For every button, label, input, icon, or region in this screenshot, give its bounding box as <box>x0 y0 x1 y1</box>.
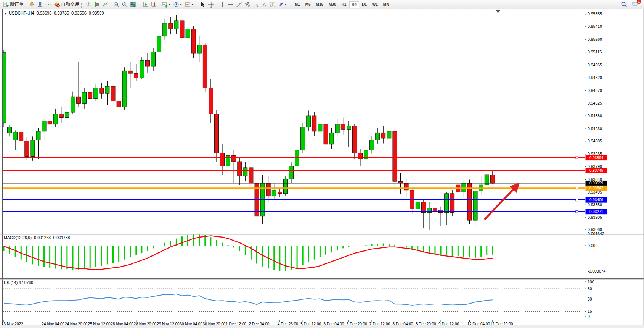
collapse-indicator-icon[interactable]: ▼ <box>4 12 7 15</box>
trendline-button[interactable] <box>235 0 243 8</box>
notifications-button[interactable]: 1 <box>631 0 639 8</box>
timeframe-h1[interactable]: H1 <box>339 1 349 8</box>
price-axis-label: 0.94670 <box>588 88 602 93</box>
timeframe-w1[interactable]: W1 <box>369 1 381 8</box>
rsi-line <box>4 294 493 305</box>
ohlc-close: 0.93599 <box>89 11 104 15</box>
price-axis-label: 0.94525 <box>588 101 602 105</box>
auto-scroll-icon <box>142 2 148 8</box>
toolbar-grip <box>138 2 140 8</box>
signals-button[interactable] <box>44 0 53 8</box>
chart-shift-button[interactable] <box>149 0 158 8</box>
candle <box>376 133 380 140</box>
timeframe-m15[interactable]: M15 <box>313 1 326 8</box>
macd-label: MACD(12,26,9) -0.001263 -0.001788 <box>4 235 70 240</box>
candle <box>450 194 454 213</box>
svg-text:E: E <box>248 5 250 8</box>
new-chart-icon <box>162 2 168 8</box>
toolbar-right-group: 1 <box>620 0 642 8</box>
price-axis-label: 0.93935 <box>588 152 602 156</box>
candle <box>77 97 81 103</box>
timeframe-mn[interactable]: MN <box>381 1 392 8</box>
chart-canvas[interactable]: 0.938940.937450.935990.935420.934060.932… <box>0 9 644 328</box>
main-pane <box>2 10 585 230</box>
price-axis-label: 0.93350 <box>588 202 602 207</box>
autotrade-label: 自动交易 <box>61 1 79 8</box>
timeframe-d1[interactable]: D1 <box>359 1 369 8</box>
candle <box>42 121 46 131</box>
text-button[interactable]: A <box>260 0 268 8</box>
search-button[interactable] <box>620 0 628 8</box>
timeframe-m30[interactable]: M30 <box>326 1 339 8</box>
time-axis-label: 7 Dec 12:00 <box>369 322 390 326</box>
arrows-caret: ▼ <box>284 3 287 6</box>
bookmark-icon <box>29 2 35 8</box>
hline-handle[interactable] <box>576 210 578 213</box>
autotrade-button[interactable]: 自动交易 <box>53 0 80 8</box>
line-chart-icon <box>102 2 108 8</box>
toolbar-grip <box>196 2 197 8</box>
vertical-line-button[interactable] <box>218 0 226 8</box>
arrows-icon <box>278 2 284 8</box>
bar-chart-icon <box>85 2 92 8</box>
crosshair-button[interactable] <box>207 0 215 8</box>
horizontal-line-button[interactable] <box>226 0 235 8</box>
timeframe-m5[interactable]: M5 <box>303 1 313 8</box>
zoom-out-button[interactable] <box>120 0 129 8</box>
time-axis-label: 30 Nov 20:00 <box>203 322 226 326</box>
candle <box>381 133 385 138</box>
tile-windows-button[interactable] <box>129 0 137 8</box>
tile-windows-icon <box>130 2 136 8</box>
price-axis-label: 0.93205 <box>588 215 602 220</box>
templates-button[interactable]: ▼ <box>183 0 195 8</box>
price-axis-label: 0.94380 <box>588 113 602 118</box>
arrows-button[interactable]: ▼ <box>277 0 288 8</box>
new-chart-button[interactable]: ▼ <box>161 0 172 8</box>
time-axis-label: 25 Nov 12:00 <box>88 322 111 326</box>
text-label-button[interactable]: T <box>268 0 277 8</box>
candlestick-chart-button[interactable] <box>93 0 101 8</box>
timeframe-h4[interactable]: H4 <box>349 1 359 8</box>
price-axis-label: 0.94230 <box>588 126 602 131</box>
candle <box>352 126 357 153</box>
candle <box>71 97 75 112</box>
time-axis-label: 24 Nov 04:00 <box>42 322 65 326</box>
candle <box>203 45 207 88</box>
candle <box>473 191 477 220</box>
new-order-button[interactable]: 新订单 <box>2 0 25 8</box>
fibonacci-button[interactable]: E <box>243 0 252 8</box>
toolbar-grip <box>289 2 291 8</box>
hline-handle[interactable] <box>576 157 578 159</box>
periods-button[interactable]: ▼ <box>172 0 183 8</box>
candle <box>226 155 230 166</box>
time-axis-label: 8 Dec 04:00 <box>392 322 413 326</box>
chart-shift-marker <box>496 10 500 13</box>
channels-icon: F <box>253 2 259 8</box>
line-chart-button[interactable] <box>101 0 109 8</box>
price-axis-label: 0.95115 <box>588 50 602 54</box>
chart-window: 0.938940.937450.935990.935420.934060.932… <box>0 9 644 328</box>
candle <box>186 29 190 38</box>
channels-button[interactable]: F <box>252 0 260 8</box>
new-chart-caret: ▼ <box>168 3 171 6</box>
ohlc-low: 0.93596 <box>71 11 87 15</box>
publisher-button[interactable] <box>36 0 44 8</box>
macd-values: -0.001263 -0.001788 <box>33 235 70 240</box>
candle <box>59 114 63 118</box>
cursor-button[interactable] <box>199 0 207 8</box>
auto-scroll-button[interactable] <box>141 0 149 8</box>
rsi-label: RSI(14) 47.9790 <box>4 280 33 285</box>
bookmark-button[interactable] <box>27 0 36 8</box>
candle <box>214 114 218 153</box>
macd-signal-line <box>4 236 493 269</box>
hline-handle[interactable] <box>576 187 578 189</box>
hline-handle[interactable] <box>576 199 578 201</box>
timeframe-m1[interactable]: M1 <box>292 1 303 8</box>
rsi-axis-label: 100 <box>588 280 594 284</box>
trend-arrow-annotation[interactable] <box>485 184 519 220</box>
zoom-in-button[interactable] <box>112 0 120 8</box>
candle <box>393 131 397 181</box>
rsi-axis-label: 15 <box>588 309 592 313</box>
macd-axis-label: 0.001642 <box>588 231 604 236</box>
bar-chart-button[interactable] <box>84 0 93 8</box>
